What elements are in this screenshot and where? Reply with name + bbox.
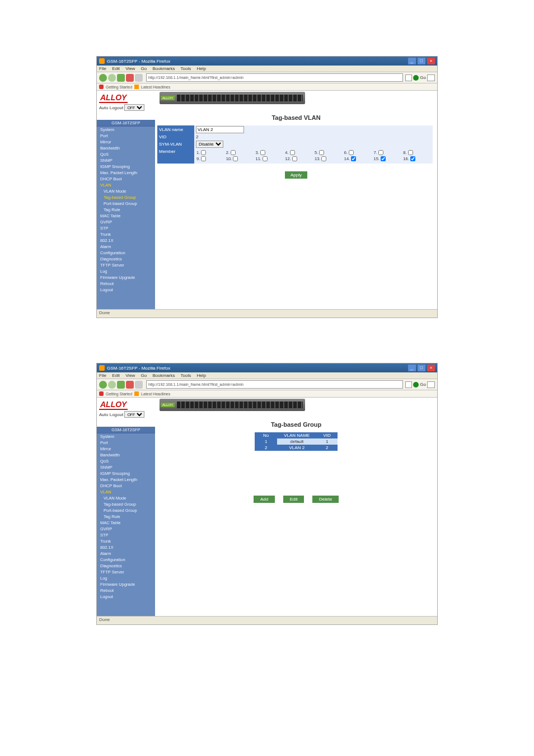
home-button[interactable] [135,74,143,82]
menu-tools[interactable]: Tools [181,373,191,378]
member-port-checkbox-11[interactable] [263,156,268,161]
add-button[interactable]: Add [254,496,275,503]
sidebar-item-tftp-server[interactable]: TFTP Server [97,569,155,575]
sidebar-item-configuration[interactable]: Configuration [97,557,155,563]
reload-button[interactable] [117,381,125,389]
reload-button[interactable] [117,74,125,82]
home-button[interactable] [135,381,143,389]
table-row[interactable]: 1default1 [255,438,338,445]
sidebar-item-port[interactable]: Port [97,133,155,139]
table-row[interactable]: 2VLAN 22 [255,445,338,451]
sidebar-item-bandwidth[interactable]: Bandwidth [97,452,155,458]
member-port-checkbox-1[interactable] [201,150,206,155]
sidebar-item-stp[interactable]: STP [97,532,155,538]
minimize-button[interactable]: _ [408,58,416,64]
menu-view[interactable]: View [125,66,135,71]
sidebar-item-max-packet-length[interactable]: Max. Packet Length [97,170,155,176]
sidebar-item-gvrp[interactable]: GVRP [97,526,155,532]
member-port-checkbox-15[interactable] [381,156,386,161]
apply-button[interactable]: Apply [285,171,307,179]
sidebar-item-system[interactable]: System [97,127,155,133]
sidebar-item-port[interactable]: Port [97,440,155,446]
forward-button[interactable] [108,74,116,82]
sidebar-item-snmp[interactable]: SNMP [97,464,155,470]
sidebar-item-port-based-group[interactable]: Port-based Group [97,507,155,514]
forward-button[interactable] [108,381,116,389]
menu-file[interactable]: File [99,373,106,378]
member-port-checkbox-13[interactable] [321,156,326,161]
sidebar-item-stp[interactable]: STP [97,225,155,231]
url-dropdown[interactable] [405,74,412,81]
sidebar-item-alarm[interactable]: Alarm [97,244,155,250]
delete-button[interactable]: Delete [312,496,339,503]
member-port-checkbox-5[interactable] [319,150,324,155]
sidebar-item-qos[interactable]: QoS [97,458,155,464]
member-port-checkbox-4[interactable] [290,150,295,155]
sidebar-item-vlan-mode[interactable]: VLAN Mode [97,495,155,501]
sidebar-item-vlan[interactable]: VLAN [97,489,155,495]
sidebar-item-reboot[interactable]: Reboot [97,587,155,594]
search-box[interactable] [427,74,435,81]
menu-view[interactable]: View [125,373,135,378]
sidebar-item-diagnostics[interactable]: Diagnostics [97,256,155,262]
sidebar-item-mac-table[interactable]: MAC Table [97,213,155,219]
member-port-checkbox-14[interactable] [351,156,356,161]
minimize-button[interactable]: _ [408,365,416,371]
sidebar-item-logout[interactable]: Logout [97,594,155,600]
menu-bookmarks[interactable]: Bookmarks [153,66,175,71]
sidebar-item-tag-based-group[interactable]: Tag-based Group [97,501,155,507]
member-port-checkbox-6[interactable] [349,150,354,155]
sidebar-item-firmware-upgrade[interactable]: Firmware Upgrade [97,274,155,281]
auto-logout-select[interactable]: OFF [124,104,144,111]
member-port-checkbox-9[interactable] [201,156,206,161]
member-port-checkbox-2[interactable] [231,150,236,155]
sidebar-item-gvrp[interactable]: GVRP [97,219,155,225]
member-port-checkbox-7[interactable] [378,150,383,155]
url-bar[interactable]: http://192.168.1.1/main_frame.html?first… [146,380,403,389]
sidebar-item-mirror[interactable]: Mirror [97,139,155,145]
sidebar-item-802-1x[interactable]: 802.1X [97,237,155,244]
sidebar-item-diagnostics[interactable]: Diagnostics [97,563,155,569]
sidebar-item-reboot[interactable]: Reboot [97,281,155,287]
sidebar-item-vlan-mode[interactable]: VLAN Mode [97,188,155,194]
bookmark-latest-headlines[interactable]: Latest Headlines [141,85,170,89]
member-port-checkbox-10[interactable] [233,156,238,161]
sidebar-item-dhcp-boot[interactable]: DHCP Boot [97,176,155,182]
sidebar-item-max-packet-length[interactable]: Max. Packet Length [97,477,155,483]
back-button[interactable] [99,381,107,389]
sidebar-item-igmp-snooping[interactable]: IGMP Snooping [97,470,155,477]
maximize-button[interactable]: □ [418,365,425,371]
sidebar-item-igmp-snooping[interactable]: IGMP Snooping [97,164,155,170]
sidebar-item-port-based-group[interactable]: Port-based Group [97,200,155,207]
sidebar-item-configuration[interactable]: Configuration [97,250,155,256]
menu-help[interactable]: Help [197,66,206,71]
bookmark-latest-headlines[interactable]: Latest Headlines [141,392,170,396]
bookmark-getting-started[interactable]: Getting Started [106,392,132,396]
sidebar-item-802-1x[interactable]: 802.1X [97,544,155,550]
stop-button[interactable] [126,74,134,82]
bookmark-getting-started[interactable]: Getting Started [106,85,132,89]
sidebar-item-log[interactable]: Log [97,268,155,274]
close-button[interactable]: × [427,365,435,371]
sidebar-item-qos[interactable]: QoS [97,151,155,157]
member-port-checkbox-3[interactable] [260,150,265,155]
sidebar-item-logout[interactable]: Logout [97,287,155,293]
sidebar-item-tftp-server[interactable]: TFTP Server [97,262,155,268]
go-icon[interactable] [413,75,419,81]
sidebar-item-tag-rule[interactable]: Tag Rule [97,514,155,520]
sidebar-item-log[interactable]: Log [97,575,155,581]
member-port-checkbox-8[interactable] [408,150,413,155]
sidebar-item-tag-rule[interactable]: Tag Rule [97,207,155,213]
url-dropdown[interactable] [405,381,412,388]
sidebar-item-trunk[interactable]: Trunk [97,538,155,544]
menu-tools[interactable]: Tools [181,66,191,71]
member-port-checkbox-12[interactable] [292,156,297,161]
member-port-checkbox-16[interactable] [410,156,415,161]
vlan-name-input[interactable] [196,126,244,133]
menu-edit[interactable]: Edit [112,373,120,378]
sidebar-item-mirror[interactable]: Mirror [97,446,155,452]
back-button[interactable] [99,74,107,82]
sym-vlan-select[interactable]: Disable [196,141,223,148]
edit-button[interactable]: Edit [283,496,305,503]
menu-edit[interactable]: Edit [112,66,120,71]
